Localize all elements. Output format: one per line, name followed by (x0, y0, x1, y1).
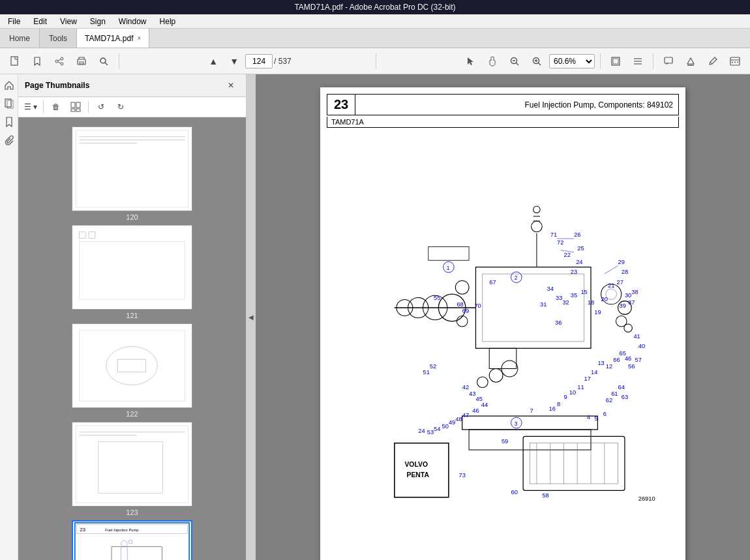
sidebar-undo-button[interactable]: ↺ (93, 100, 110, 114)
tab-close-button[interactable]: × (138, 35, 142, 42)
svg-text:41: 41 (633, 333, 640, 340)
svg-rect-33 (76, 102, 80, 108)
thumbnail-121[interactable]: 121 (67, 225, 198, 319)
thumbnail-124-image: 23 Fuel Injection Pump (72, 520, 192, 560)
svg-text:30: 30 (625, 292, 631, 299)
svg-text:31: 31 (540, 301, 547, 308)
svg-rect-22 (665, 57, 672, 63)
scroll-arrow-icon: ◀ (248, 314, 254, 321)
thumbnail-122-image (72, 323, 192, 408)
search-button[interactable] (94, 52, 113, 70)
menu-window[interactable]: Window (113, 16, 152, 27)
svg-text:43: 43 (469, 391, 475, 397)
hand-tool-button[interactable] (483, 52, 502, 70)
svg-rect-35 (76, 109, 80, 111)
svg-text:70: 70 (474, 302, 481, 309)
panel-attach-button[interactable] (2, 133, 16, 147)
highlight-button[interactable] (681, 52, 700, 70)
svg-text:23: 23 (80, 527, 86, 533)
svg-text:22: 22 (563, 252, 570, 258)
svg-text:26910: 26910 (638, 495, 655, 502)
title-text: TAMD71A.pdf - Adobe Acrobat Pro DC (32-b… (5, 3, 745, 12)
bookmark-button[interactable] (27, 52, 47, 70)
page-navigation: ▲ ▼ / 537 (203, 52, 292, 70)
thumbnail-123[interactable]: 123 (67, 422, 198, 516)
svg-text:27: 27 (616, 279, 623, 286)
page-up-button[interactable]: ▲ (203, 52, 223, 70)
svg-text:18: 18 (588, 299, 594, 306)
thumbnail-120-label: 120 (126, 213, 138, 221)
svg-text:4: 4 (587, 414, 590, 420)
toolbar-separator-4 (653, 53, 653, 69)
sidebar-delete-button[interactable]: 🗑 (48, 100, 65, 114)
svg-rect-7 (80, 62, 83, 64)
share-button[interactable] (50, 52, 69, 70)
svg-text:12: 12 (606, 363, 612, 370)
svg-point-105 (457, 316, 468, 327)
sidebar-resize-handle[interactable]: ◀ (247, 74, 256, 560)
svg-point-76 (533, 206, 540, 213)
svg-text:11: 11 (577, 384, 584, 391)
svg-text:72: 72 (557, 239, 563, 246)
sidebar-menu-button[interactable]: ☰ ▾ (22, 100, 39, 114)
menu-file[interactable]: File (3, 16, 25, 27)
svg-text:19: 19 (594, 309, 601, 316)
page-number-input[interactable] (245, 54, 273, 68)
cursor-tool-button[interactable] (460, 52, 480, 70)
svg-text:44: 44 (481, 402, 488, 408)
page-down-button[interactable]: ▼ (224, 52, 244, 70)
svg-text:66: 66 (613, 357, 620, 363)
new-document-button[interactable] (5, 52, 25, 70)
menu-view[interactable]: View (55, 16, 82, 27)
scroll-mode-button[interactable] (628, 52, 648, 70)
zoom-in-button[interactable] (527, 52, 547, 70)
zoom-select[interactable]: 60.6% 50% 75% 100% 125% 150% (549, 54, 595, 68)
thumbnail-122[interactable]: 122 (67, 323, 198, 418)
svg-text:73: 73 (459, 472, 466, 479)
annotation-button[interactable] (703, 52, 723, 70)
thumbnail-120[interactable]: 120 (67, 126, 198, 221)
tab-home[interactable]: Home (0, 29, 40, 48)
thumbnails-container[interactable]: 120 121 (18, 117, 246, 560)
sidebar-close-button[interactable]: ✕ (222, 78, 239, 93)
thumbnail-124[interactable]: 23 Fuel Injection Pump (67, 520, 198, 560)
svg-text:9: 9 (563, 394, 567, 400)
svg-text:38: 38 (631, 289, 638, 295)
svg-rect-87 (489, 348, 517, 368)
sidebar-redo-button[interactable]: ↻ (112, 100, 129, 114)
sidebar-toolbar: ☰ ▾ 🗑 ↺ ↻ (18, 97, 246, 117)
tab-document[interactable]: TAMD71A.pdf × (77, 29, 149, 48)
panel-bookmark-button[interactable] (2, 115, 16, 129)
left-panel (0, 74, 18, 560)
more-tools-button[interactable] (725, 52, 745, 70)
svg-text:32: 32 (562, 299, 569, 306)
menu-help[interactable]: Help (155, 16, 181, 27)
svg-text:63: 63 (622, 394, 628, 400)
toolbar: ▲ ▼ / 537 60.6% 50% 75% 100% 125% 150% (0, 48, 750, 74)
menu-edit[interactable]: Edit (28, 16, 52, 27)
zoom-out-button[interactable] (505, 52, 524, 70)
print-button[interactable] (72, 52, 91, 70)
comment-button[interactable] (659, 52, 678, 70)
pdf-viewer[interactable]: 23 Fuel Injection Pump, Components: 8491… (256, 74, 750, 560)
svg-text:48: 48 (455, 416, 462, 422)
title-bar: TAMD71A.pdf - Adobe Acrobat Pro DC (32-b… (0, 0, 750, 14)
svg-text:54: 54 (434, 426, 440, 432)
sidebar: Page Thumbnails ✕ ☰ ▾ 🗑 ↺ ↻ (18, 74, 247, 560)
svg-text:42: 42 (462, 384, 469, 391)
svg-text:53: 53 (427, 429, 434, 435)
svg-rect-71 (483, 274, 584, 342)
svg-rect-41 (72, 226, 191, 309)
svg-text:57: 57 (635, 357, 642, 363)
panel-home-button[interactable] (2, 78, 16, 93)
svg-point-8 (100, 58, 106, 63)
menu-sign[interactable]: Sign (85, 16, 111, 27)
pdf-sub-header: TAMD71A (327, 117, 679, 128)
svg-point-73 (532, 221, 543, 232)
fit-page-button[interactable] (606, 52, 625, 70)
svg-rect-93 (395, 443, 449, 497)
svg-line-24 (710, 62, 712, 64)
panel-pages-button[interactable] (2, 96, 16, 111)
tab-tools[interactable]: Tools (40, 29, 77, 48)
sidebar-extract-button[interactable] (67, 100, 84, 114)
